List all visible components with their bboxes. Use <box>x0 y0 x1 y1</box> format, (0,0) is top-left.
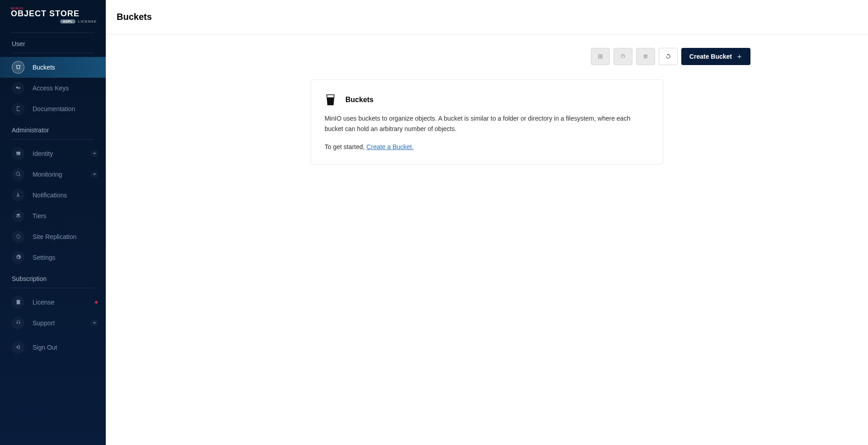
document-icon <box>12 103 24 115</box>
chevron-down-icon <box>91 150 98 157</box>
create-bucket-link[interactable]: Create a Bucket. <box>367 143 414 150</box>
key-icon <box>12 82 24 94</box>
sidebar-item-label: Access Keys <box>33 84 98 92</box>
card-header: Buckets <box>325 94 649 106</box>
sidebar-item-notifications[interactable]: Notifications <box>0 185 106 206</box>
sidebar-item-label: Sign Out <box>33 344 98 351</box>
sidebar-item-label: Documentation <box>33 105 98 112</box>
toolbar: Create Bucket <box>106 34 769 74</box>
bucket-large-icon <box>325 94 336 106</box>
monitoring-icon <box>12 168 24 181</box>
card-title: Buckets <box>345 96 373 104</box>
lifecycle-button[interactable] <box>613 48 632 65</box>
sidebar-item-label: Tiers <box>33 212 98 220</box>
section-subscription: Subscription <box>0 268 106 285</box>
sidebar: MINIO OBJECT STORE AGPL LICENSE User Buc… <box>0 0 106 445</box>
sidebar-item-license[interactable]: License <box>0 292 106 313</box>
sidebar-item-monitoring[interactable]: Monitoring <box>0 164 106 185</box>
sidebar-item-label: Identity <box>33 150 91 157</box>
create-bucket-label: Create Bucket <box>689 53 732 60</box>
sidebar-item-sign-out[interactable]: Sign Out <box>0 337 106 358</box>
sidebar-item-buckets[interactable]: Buckets <box>0 57 106 78</box>
lambda-icon <box>12 189 24 201</box>
sidebar-item-access-keys[interactable]: Access Keys <box>0 78 106 98</box>
logo-object-store: OBJECT STORE <box>11 9 97 19</box>
page-title: Buckets <box>117 12 152 22</box>
sidebar-item-label: Notifications <box>33 192 98 199</box>
brand-logo: MINIO OBJECT STORE AGPL LICENSE <box>0 0 106 28</box>
card-cta-row: To get started, Create a Bucket. <box>325 143 649 150</box>
gear-icon <box>12 251 24 264</box>
sidebar-item-tiers[interactable]: Tiers <box>0 206 106 226</box>
sidebar-item-label: Buckets <box>33 64 98 71</box>
main-content: Buckets Create Bucket Buckets Min <box>106 0 868 445</box>
tiers-icon <box>12 210 24 222</box>
create-bucket-button[interactable]: Create Bucket <box>681 48 750 65</box>
card-description: MinIO uses buckets to organize objects. … <box>325 113 649 134</box>
empty-state-card: Buckets MinIO uses buckets to organize o… <box>311 80 663 164</box>
grid-view-button[interactable] <box>591 48 610 65</box>
sidebar-item-label: Support <box>33 319 91 327</box>
sidebar-item-support[interactable]: Support <box>0 313 106 333</box>
section-user: User <box>0 33 106 50</box>
cta-prefix: To get started, <box>325 143 367 150</box>
page-header: Buckets <box>106 0 868 34</box>
refresh-button[interactable] <box>659 48 678 65</box>
chevron-down-icon <box>91 171 98 178</box>
chevron-down-icon <box>91 320 98 326</box>
plus-icon <box>736 54 742 60</box>
license-badge: AGPL <box>60 19 75 23</box>
replication-icon <box>12 230 24 243</box>
divider <box>12 139 94 140</box>
sign-out-icon <box>12 341 24 354</box>
divider <box>12 53 94 53</box>
sidebar-item-label: Site Replication <box>33 233 98 240</box>
content-area: Buckets MinIO uses buckets to organize o… <box>106 74 868 164</box>
sidebar-item-site-replication[interactable]: Site Replication <box>0 226 106 247</box>
status-dot-icon <box>95 301 98 304</box>
sidebar-item-label: Settings <box>33 254 98 261</box>
sidebar-item-label: Monitoring <box>33 171 91 178</box>
list-view-button[interactable] <box>636 48 655 65</box>
license-text: LICENSE <box>78 19 97 23</box>
sidebar-item-documentation[interactable]: Documentation <box>0 98 106 119</box>
sidebar-item-label: License <box>33 299 92 306</box>
support-icon <box>12 317 24 329</box>
sidebar-item-settings[interactable]: Settings <box>0 247 106 268</box>
section-administrator: Administrator <box>0 119 106 136</box>
divider <box>12 288 94 288</box>
identity-icon <box>12 147 24 160</box>
bucket-icon <box>12 61 24 74</box>
license-icon <box>12 296 24 309</box>
logo-license-row: AGPL LICENSE <box>11 19 97 23</box>
sidebar-item-identity[interactable]: Identity <box>0 143 106 164</box>
